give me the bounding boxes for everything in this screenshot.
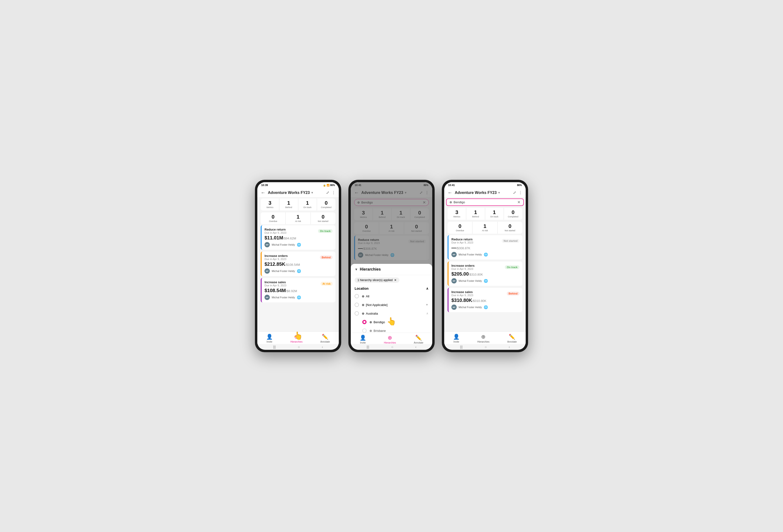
hier-small-icon-3: ⊕: [449, 200, 452, 204]
radio-bendigo-2[interactable]: [362, 320, 367, 324]
kpi-value-3b: $205.00/$310.80K: [451, 271, 520, 277]
nav-annotate-label-3: Annotate: [507, 340, 517, 343]
hier-label-au-2: ⊕ Australia: [362, 312, 424, 315]
hier-option-na-2[interactable]: ⊕ [Not Applicable] ▼: [351, 300, 432, 309]
signal-icon: 📶: [326, 184, 330, 187]
owner-icon-3c: 🌐: [484, 305, 488, 309]
status-icons-1: 🔒 📶 86%: [323, 184, 335, 187]
metric-metrics-1: 3 Metrics: [261, 198, 279, 210]
nav-annotate-3[interactable]: ✏️ Annotate: [507, 334, 517, 343]
nav-annotate-2[interactable]: ✏️ Annotate: [414, 335, 424, 344]
phones-container: 10:39 🔒 📶 86% ← Adventure Works FY23 ▼ ⤢…: [255, 180, 528, 352]
kpi-value-1c: $108.54M/$8.92M: [264, 288, 333, 293]
bottom-nav-1: 👤 Invite ⊕ Hierarchies 👆 ✏️ Annotate: [257, 332, 339, 344]
kpi-increase-orders-1[interactable]: Increase orders Due in Apr 9, 2023 Behin…: [261, 252, 336, 276]
expand-icon-1[interactable]: ⤢: [326, 190, 329, 195]
more-icon-3[interactable]: ⋮: [519, 190, 522, 195]
phone-1-screen: 10:39 🔒 📶 86% ← Adventure Works FY23 ▼ ⤢…: [257, 182, 339, 350]
dropdown-chevron-1[interactable]: ▼: [311, 191, 314, 194]
radio-na-2[interactable]: [354, 303, 359, 307]
metric-ontrack-3: 1 On track: [485, 208, 504, 220]
kpi-title-1c: Increase sales: [264, 280, 286, 284]
radio-dot-bendigo-2: [364, 321, 365, 323]
nav-hierarchies-3[interactable]: ⊕ Hierarchies: [477, 334, 490, 343]
metrics-grid-3b: 0 Overdue 1 At risk 0 Not started: [447, 222, 522, 234]
location-label-2: Location: [354, 287, 369, 291]
hier-label-brisbane-2: ⊕ Brisbane: [370, 329, 429, 333]
metric-overdue-3: 0 Overdue: [447, 222, 472, 234]
hier-icon-bendigo-2: ⊕: [370, 320, 372, 324]
kpi-due-3b: Due in Apr 9, 2023: [451, 267, 475, 270]
slicer-close-2[interactable]: ✕: [394, 278, 397, 282]
nav-hierarchies-2[interactable]: ⊕ Hierarchies: [384, 335, 396, 344]
nav-invite-label-1: Invite: [267, 340, 273, 343]
hier-option-au-2[interactable]: ⊕ Australia ∧: [351, 309, 432, 318]
hier-icon-nav-3: ⊕: [481, 334, 486, 340]
status-badge-3c: Behind: [507, 292, 520, 295]
home-circle-3: ○: [485, 345, 487, 349]
filter-close-3[interactable]: ✕: [517, 200, 521, 204]
avatar-1a: MF: [264, 242, 270, 247]
kpi-value-3a: —/$308.87K: [451, 245, 520, 251]
kpi-increase-sales-3[interactable]: Increase sales Due in Apr 9, 2023 Behind…: [447, 288, 522, 312]
radio-brisbane-2[interactable]: [362, 329, 367, 333]
kpi-title-3b: Increase orders: [451, 264, 475, 267]
kpi-due-3a: Due in Apr 9, 2023: [451, 241, 473, 244]
expand-na-2[interactable]: ▼: [426, 303, 429, 306]
kpi-reduce-return-3[interactable]: Reduce return Due in Apr 9, 2023 Not sta…: [447, 235, 522, 260]
owner-3a: Michal Foster Heldy: [459, 253, 482, 256]
phone-3-screen: 10:41 86% ← Adventure Works FY23 ▼ ⤢ ⋮: [444, 182, 526, 350]
bottom-nav-2: 👤 Invite ⊕ Hierarchies ✏️ Annotate: [351, 333, 432, 345]
avatar-3c: MF: [451, 304, 457, 310]
hierarchy-panel-2: ▼ Hierarchies 1 hierarchy slicer(s) appl…: [351, 264, 432, 337]
filter-badge-3: ⊕ Bendigo ✕: [447, 199, 523, 205]
expand-icon-3[interactable]: ⤢: [513, 190, 516, 195]
hierarchy-header-2: ▼ Hierarchies: [351, 264, 432, 275]
status-bar-1: 10:39 🔒 📶 86%: [257, 182, 339, 188]
avatar-1c: MF: [264, 295, 270, 300]
nav-invite-2[interactable]: 👤 Invite: [359, 335, 366, 344]
avatar-3b: MF: [451, 278, 457, 284]
kpi-title-1b: Increase orders: [264, 254, 288, 258]
app-header-3: ← Adventure Works FY23 ▼ ⤢ ⋮: [444, 188, 526, 198]
kpi-reduce-return-1[interactable]: Reduce return Due in Apr 9, 2023 On trac…: [261, 225, 336, 250]
nav-annotate-1[interactable]: ✏️ Annotate: [320, 334, 330, 343]
nav-invite-3[interactable]: 👤 Invite: [453, 334, 460, 343]
kpi-increase-sales-1[interactable]: Increase sales Due in Apr 9, 2023 At ris…: [261, 278, 336, 302]
metric-notstarted-3: 0 Not started: [498, 222, 522, 234]
metric-overdue-1: 0 Overdue: [261, 212, 285, 224]
owner-3c: Michal Foster Heldy: [459, 306, 482, 309]
owner-1a: Michal Foster Heldy: [272, 243, 295, 246]
location-header-2: Location ∧: [351, 285, 432, 292]
owner-3b: Michal Foster Heldy: [459, 279, 482, 282]
back-button-3[interactable]: ←: [447, 190, 452, 195]
back-button-1[interactable]: ←: [261, 190, 265, 195]
kpi-title-3a: Reduce return: [451, 237, 473, 241]
metric-completed-3: 0 Completed: [504, 208, 522, 220]
radio-all-2[interactable]: [354, 294, 359, 298]
nav-invite-1[interactable]: 👤 Invite: [266, 334, 273, 343]
hier-icon-all-2: ⊕: [362, 295, 365, 298]
more-icon-1[interactable]: ⋮: [332, 190, 336, 195]
nav-hierarchies-1[interactable]: ⊕ Hierarchies 👆: [290, 334, 303, 343]
status-badge-1c: At risk: [321, 282, 333, 286]
hier-icon-na-2: ⊕: [362, 303, 365, 307]
radio-au-2[interactable]: [354, 311, 359, 315]
dropdown-chevron-3[interactable]: ▼: [498, 191, 501, 194]
hier-option-all-2[interactable]: ⊕ All: [351, 292, 432, 300]
time-3: 10:41: [448, 184, 455, 187]
kpi-increase-orders-3[interactable]: Increase orders Due in Apr 9, 2023 On tr…: [447, 261, 522, 286]
phone-3: 10:41 86% ← Adventure Works FY23 ▼ ⤢ ⋮: [442, 180, 528, 352]
app-header-1: ← Adventure Works FY23 ▼ ⤢ ⋮: [257, 188, 339, 198]
metrics-grid-2-1: 0 Overdue 1 At risk 0 Not started: [261, 212, 336, 224]
home-back-2: ‹: [415, 345, 416, 349]
status-badge-1b: Behind: [320, 256, 333, 259]
lock-icon: 🔒: [323, 184, 326, 187]
home-lines-2: |||: [367, 345, 369, 349]
location-collapse-2[interactable]: ∧: [426, 287, 429, 291]
expand-au-2[interactable]: ∧: [426, 312, 429, 315]
owner-icon-3b: 🌐: [484, 279, 488, 283]
hier-icon-nav-2: ⊕: [388, 335, 392, 341]
kpi-due-3c: Due in Apr 9, 2023: [451, 294, 473, 297]
metric-behind-1: 1 Behind: [279, 198, 298, 210]
